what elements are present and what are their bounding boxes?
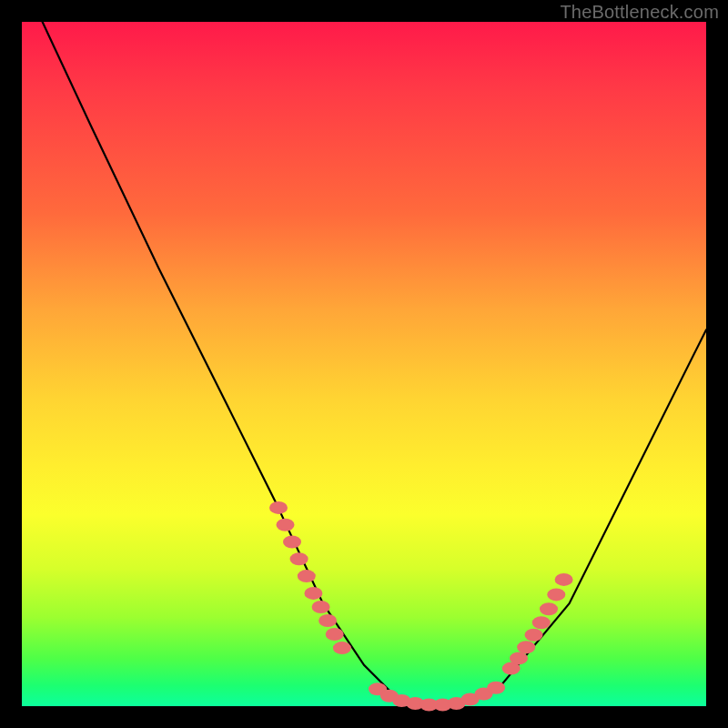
marker-dot: [326, 628, 344, 641]
marker-dot: [277, 519, 295, 531]
marker-dot: [540, 602, 558, 615]
marker-dot: [283, 536, 301, 549]
marker-dot: [510, 652, 528, 664]
marker-dot: [312, 601, 330, 613]
marker-dot: [318, 614, 337, 627]
marker-dot: [269, 501, 288, 514]
marker-dot: [547, 588, 565, 601]
marker-dot: [290, 552, 308, 565]
marker-dot: [304, 587, 322, 600]
marker-dot: [517, 641, 535, 653]
watermark-text: TheBottleneck.com: [560, 2, 719, 23]
chart-frame: TheBottleneck.com: [0, 0, 728, 728]
marker-dot: [298, 570, 316, 582]
marker-dot: [555, 573, 573, 586]
marker-dots: [269, 501, 573, 712]
marker-dot: [525, 629, 543, 642]
bottleneck-curve: [43, 22, 706, 706]
marker-dot: [333, 642, 351, 654]
chart-svg: [22, 22, 706, 706]
marker-dot: [487, 682, 505, 694]
marker-dot: [532, 616, 551, 629]
